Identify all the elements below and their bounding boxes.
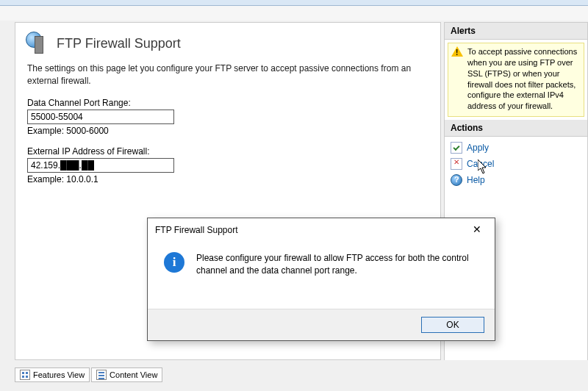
external-ip-example: Example: 10.0.0.1 [27,174,429,184]
apply-icon [451,142,462,154]
info-icon: i [164,252,184,273]
external-ip-label: External IP Address of Firewall: [27,146,429,157]
ftp-firewall-icon [26,32,49,55]
dialog-titlebar: FTP Firewall Support ✕ [148,218,495,242]
alert-text: To accept passive connections when you a… [467,47,577,110]
external-ip-input[interactable] [27,158,174,173]
actions-list: Apply Cancel Help [445,137,587,191]
dialog-button-row: OK [148,309,495,340]
alerts-header: Alerts [445,23,587,40]
tab-features-view[interactable]: Features View [15,367,90,382]
dialog-body: i Please configure your firewall to allo… [148,242,495,284]
port-range-example: Example: 5000-6000 [27,126,429,136]
apply-label: Apply [467,143,489,153]
features-view-icon [20,370,30,380]
page-header: FTP Firewall Support [15,23,440,60]
actions-header: Actions [445,120,587,137]
dialog-title: FTP Firewall Support [155,225,237,235]
alert-box: To accept passive connections when you a… [448,43,584,117]
titlebar-strip [0,0,588,6]
cancel-label: Cancel [467,159,494,169]
content-view-label: Content View [110,370,157,379]
tab-content-view[interactable]: Content View [91,367,162,382]
close-icon[interactable]: ✕ [467,223,487,237]
help-icon [451,174,462,186]
apply-action[interactable]: Apply [449,140,583,156]
warning-icon [451,46,463,58]
help-action[interactable]: Help [449,172,583,188]
port-range-block: Data Channel Port Range: Example: 5000-6… [15,96,440,145]
content-view-icon [96,370,107,380]
features-view-label: Features View [33,370,85,379]
cancel-icon [451,158,462,170]
cancel-action[interactable]: Cancel [449,156,583,172]
ok-button[interactable]: OK [421,317,484,333]
port-range-input[interactable] [27,110,174,124]
help-label: Help [467,175,485,185]
external-ip-block: External IP Address of Firewall: Example… [15,145,440,193]
info-dialog: FTP Firewall Support ✕ i Please configur… [147,218,495,341]
port-range-label: Data Channel Port Range: [27,98,429,108]
toolbar-strip [0,6,588,21]
page-title: FTP Firewall Support [57,36,181,51]
dialog-message: Please configure your firewall to allow … [196,252,478,277]
view-tabs: Features View Content View [15,367,162,382]
page-description: The settings on this page let you config… [15,60,440,96]
